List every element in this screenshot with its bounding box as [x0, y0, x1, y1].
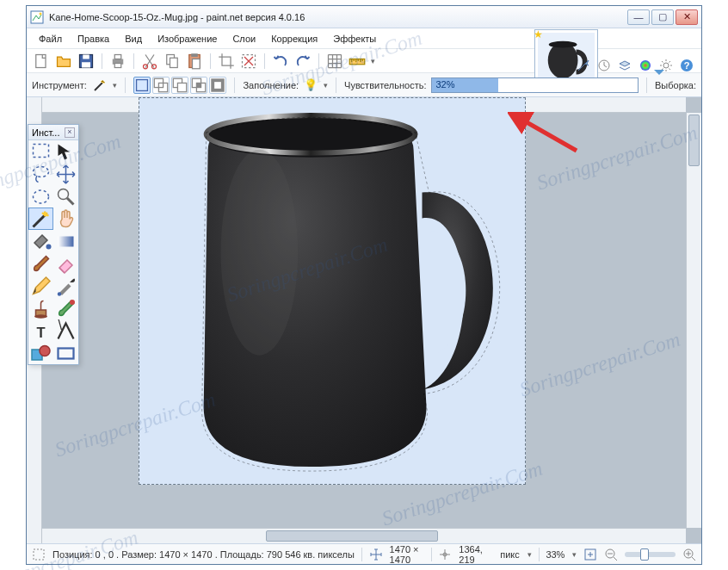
- flood-dropdown-icon[interactable]: ▾: [324, 81, 328, 90]
- dropdown-arrow-icon[interactable]: ▾: [371, 57, 375, 65]
- tool-label: Инструмент:: [32, 80, 87, 90]
- tools-grid: T \: [28, 140, 78, 364]
- history-window-icon[interactable]: [596, 58, 612, 73]
- rectangle-shape-tool[interactable]: [53, 342, 78, 364]
- zoom-slider[interactable]: [625, 552, 676, 557]
- new-file-button[interactable]: [32, 52, 51, 71]
- menu-edit[interactable]: Правка: [71, 31, 116, 46]
- canvas[interactable]: [139, 97, 526, 485]
- maximize-button[interactable]: ▢: [651, 9, 674, 25]
- vertical-scrollbar[interactable]: [686, 113, 701, 528]
- redo-button[interactable]: [293, 52, 312, 71]
- print-button[interactable]: [108, 52, 127, 71]
- tolerance-slider[interactable]: 32%: [431, 77, 639, 93]
- line-tool[interactable]: \: [53, 319, 78, 342]
- zoom-fit-icon[interactable]: [583, 547, 597, 562]
- paintbrush-tool[interactable]: [28, 252, 53, 275]
- selection-add-button[interactable]: [152, 77, 170, 94]
- zoom-in-icon[interactable]: [682, 547, 696, 562]
- undo-button[interactable]: [271, 52, 290, 71]
- scrollbar-thumb[interactable]: [266, 530, 438, 542]
- svg-rect-19: [170, 58, 178, 67]
- units-label[interactable]: пикс: [500, 549, 520, 560]
- tools-panel-header[interactable]: Инст... ×: [28, 125, 78, 140]
- magic-wand-tool-icon[interactable]: [92, 77, 108, 93]
- grid-button[interactable]: [325, 52, 344, 71]
- menu-view[interactable]: Вид: [118, 31, 149, 46]
- paste-button[interactable]: [185, 52, 204, 71]
- layers-window-icon[interactable]: [617, 58, 632, 73]
- lasso-select-tool[interactable]: [28, 163, 53, 185]
- settings-icon[interactable]: [658, 58, 674, 73]
- svg-rect-48: [59, 236, 74, 246]
- magic-wand-tool[interactable]: [28, 208, 53, 230]
- tools-panel-close-icon[interactable]: ×: [65, 127, 75, 138]
- ruler-button[interactable]: [348, 52, 367, 71]
- separator: [539, 548, 540, 561]
- zoom-out-icon[interactable]: [604, 547, 618, 562]
- horizontal-scrollbar[interactable]: [42, 528, 686, 543]
- colors-window-icon[interactable]: [638, 58, 653, 73]
- clone-stamp-tool[interactable]: [28, 297, 53, 319]
- svg-point-47: [46, 244, 52, 249]
- tool-options-bar: Инструмент: ▾ Заполнение: 💡 ▾ Чувствител…: [27, 73, 701, 97]
- zoom-dropdown-icon[interactable]: ▾: [572, 550, 577, 559]
- save-button[interactable]: [77, 52, 96, 71]
- tool-dropdown-icon[interactable]: ▾: [113, 81, 117, 90]
- flood-mode-icon[interactable]: 💡: [304, 78, 318, 91]
- window-buttons: — ▢ ✕: [627, 9, 698, 25]
- svg-point-6: [663, 63, 669, 68]
- statusbar: Позиция: 0 , 0 . Размер: 1470 × 1470 . П…: [27, 543, 701, 564]
- open-file-button[interactable]: [54, 52, 73, 71]
- svg-point-1: [40, 12, 42, 15]
- svg-text:\: \: [59, 319, 63, 332]
- slider-knob[interactable]: [640, 548, 649, 561]
- menu-effects[interactable]: Эффекты: [326, 31, 383, 46]
- selection-replace-button[interactable]: [133, 77, 151, 94]
- close-button[interactable]: ✕: [676, 9, 698, 25]
- menu-adjustments[interactable]: Коррекция: [264, 31, 324, 46]
- tools-panel[interactable]: Инст... × T \: [28, 124, 79, 365]
- recolor-tool[interactable]: [53, 297, 78, 319]
- crop-button[interactable]: [217, 52, 236, 71]
- menu-layers[interactable]: Слои: [225, 31, 262, 46]
- move-selection-tool[interactable]: [53, 140, 78, 163]
- scrollbar-thumb[interactable]: [688, 115, 700, 166]
- svg-rect-15: [114, 63, 121, 67]
- selection-invert-button[interactable]: [209, 77, 226, 94]
- units-dropdown-icon[interactable]: ▾: [527, 550, 532, 559]
- paint-bucket-tool[interactable]: [28, 230, 53, 252]
- gradient-tool[interactable]: [53, 230, 78, 252]
- selection-intersect-button[interactable]: [190, 77, 207, 94]
- separator: [102, 53, 102, 69]
- cut-button[interactable]: [140, 52, 159, 71]
- tolerance-value: 32%: [435, 79, 454, 90]
- eraser-tool[interactable]: [53, 252, 78, 275]
- app-window: Kane-Home-Scoop-15-Oz.-Mug.jpg - paint.n…: [26, 5, 702, 565]
- pencil-tool[interactable]: [28, 275, 53, 297]
- tools-window-icon[interactable]: [576, 58, 591, 73]
- text-tool[interactable]: T: [28, 319, 53, 342]
- status-position: Позиция: 0 , 0 . Размер: 1470 × 1470 . П…: [52, 549, 355, 560]
- deselect-button[interactable]: [239, 52, 258, 71]
- menu-image[interactable]: Изображение: [151, 31, 224, 46]
- pan-tool[interactable]: [53, 208, 78, 230]
- svg-rect-29: [178, 83, 187, 91]
- svg-point-46: [59, 189, 69, 199]
- copy-button[interactable]: [163, 52, 182, 71]
- help-icon[interactable]: ?: [679, 58, 694, 73]
- separator: [318, 53, 319, 69]
- menu-file[interactable]: Файл: [32, 31, 69, 46]
- svg-text:?: ?: [684, 60, 690, 71]
- rectangle-select-tool[interactable]: [28, 140, 53, 163]
- minimize-button[interactable]: —: [627, 9, 650, 25]
- separator: [133, 53, 134, 69]
- shapes-tool[interactable]: [28, 342, 53, 364]
- selection-subtract-button[interactable]: [171, 77, 188, 94]
- zoom-value[interactable]: 33%: [546, 549, 565, 560]
- ellipse-select-tool[interactable]: [28, 185, 53, 208]
- zoom-tool[interactable]: [53, 185, 78, 208]
- move-pixels-tool[interactable]: [53, 163, 78, 185]
- svg-point-16: [144, 64, 148, 68]
- color-picker-tool[interactable]: [53, 275, 78, 297]
